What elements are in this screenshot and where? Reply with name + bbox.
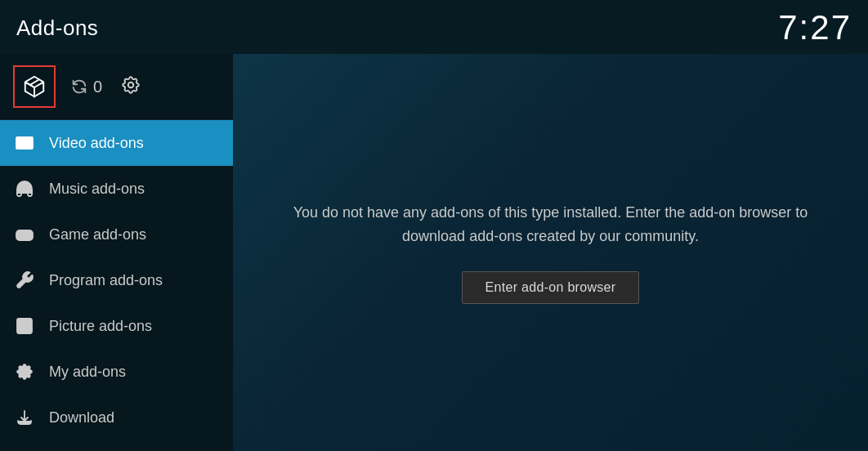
sidebar: 0 Video add-ons xyxy=(0,54,233,451)
svg-rect-1 xyxy=(16,137,33,149)
page-title: Add-ons xyxy=(16,16,98,41)
film-icon xyxy=(13,132,36,154)
sidebar-item-download[interactable]: Download xyxy=(0,395,233,440)
sidebar-item-game-label: Game add-ons xyxy=(49,226,146,243)
headphones-icon xyxy=(13,177,36,200)
sidebar-item-video[interactable]: Video add-ons xyxy=(0,120,233,166)
download-icon xyxy=(13,406,36,429)
sidebar-item-video-label: Video add-ons xyxy=(49,135,144,152)
enter-addon-browser-button[interactable]: Enter add-on browser xyxy=(462,271,640,304)
svg-rect-2 xyxy=(16,230,33,240)
clock: 7:27 xyxy=(778,8,852,47)
sidebar-item-download-label: Download xyxy=(49,409,114,426)
refresh-count: 0 xyxy=(93,78,102,96)
svg-point-4 xyxy=(29,235,30,237)
sidebar-item-music-label: Music add-ons xyxy=(49,181,145,198)
settings-button[interactable] xyxy=(120,74,141,99)
sidebar-item-myaddon-label: My add-ons xyxy=(49,364,126,381)
svg-point-0 xyxy=(128,83,134,88)
sidebar-item-music[interactable]: Music add-ons xyxy=(0,166,233,212)
sidebar-item-picture[interactable]: Picture add-ons xyxy=(0,303,233,349)
sidebar-toolbar: 0 xyxy=(0,54,233,120)
main-layout: 0 Video add-ons xyxy=(0,54,868,451)
sidebar-item-program[interactable]: Program add-ons xyxy=(0,257,233,303)
sidebar-nav: Video add-ons Music add-ons xyxy=(0,120,233,451)
sidebar-item-myaddon[interactable]: My add-ons xyxy=(0,349,233,395)
box-svg-icon xyxy=(22,74,47,99)
gear-icon xyxy=(120,74,141,96)
sidebar-item-program-label: Program add-ons xyxy=(49,272,163,289)
svg-point-3 xyxy=(27,234,29,235)
refresh-icon xyxy=(70,78,88,96)
tools-icon xyxy=(13,269,36,292)
svg-point-6 xyxy=(20,322,23,324)
empty-state-message: You do not have any add-ons of this type… xyxy=(265,201,837,248)
header: Add-ons 7:27 xyxy=(0,0,868,54)
addon-box-icon[interactable] xyxy=(13,65,56,108)
sidebar-item-game[interactable]: Game add-ons xyxy=(0,212,233,257)
refresh-area[interactable]: 0 xyxy=(70,78,102,96)
gear-addon-icon xyxy=(13,360,36,383)
content-area: You do not have any add-ons of this type… xyxy=(233,54,868,451)
sidebar-item-picture-label: Picture add-ons xyxy=(49,318,152,335)
svg-point-7 xyxy=(23,370,27,374)
gamepad-icon xyxy=(13,223,36,246)
image-icon xyxy=(13,315,36,337)
